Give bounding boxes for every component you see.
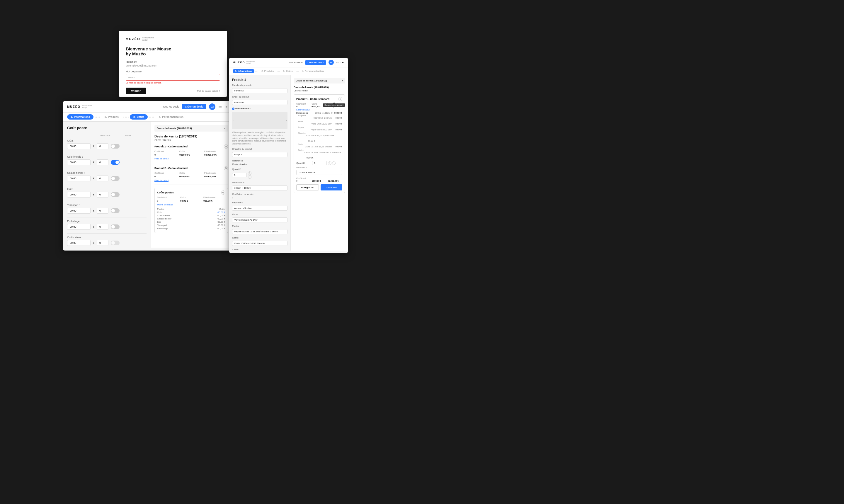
second-dim-select[interactable]: 100cm × 160cm [232,185,287,191]
sr-qty-up[interactable]: + [328,161,331,165]
costs-options-btn[interactable]: ⊕ [221,191,226,195]
second-quote-dropdown[interactable]: Devis de kernix (18/07/2019) ▾ [294,78,345,84]
sr-continue-btn[interactable]: Continuer [321,184,343,191]
sstep-3[interactable]: 3. Coûts [281,69,295,73]
step-4[interactable]: 4. Personnalisation [155,114,187,120]
sstep-2[interactable]: 2. Produits [259,69,276,73]
second-dim-group: Dimensions : 100cm × 160cm [232,181,287,191]
colorimetrie-input[interactable] [67,159,91,165]
app-nav-link[interactable]: Tous les devis [162,105,179,108]
second-qty-input[interactable] [232,173,247,177]
sr-qty-input[interactable] [312,161,327,165]
login-error-text: Le mot de passe n'est pas correct. [126,82,220,84]
crea-toggle[interactable] [111,144,120,148]
colorimetrie-toggle[interactable] [111,160,120,165]
coeff-col-header: Coefficient [155,150,178,152]
product-2-section: Produit 2 - Cadre standard ⊕ Coefficient… [155,166,228,185]
detail-crea-value: 00,00 € [217,211,226,214]
sr-prix-row-val: 00.000,00 € [328,180,342,182]
app-lang-en[interactable]: En [218,105,221,108]
login-forgot-link[interactable]: Mot de passe oublié ? [197,90,220,92]
costs-detail-link[interactable]: Moins de détail [157,203,226,206]
second-quote-dropdown-label: Devis de kernix (18/07/2019) [296,79,327,82]
image-prev-arrow[interactable]: ‹ [233,119,234,122]
calage-coeff[interactable] [97,176,108,181]
second-papier-select[interactable]: Papier couché (1,31 €/m² imprimé 1,067m [232,229,287,234]
transport-coeff[interactable] [97,208,108,214]
detail-colorimetrie-value: 00,00 € [217,214,226,217]
active-header: Active [125,134,136,137]
transport-currency: € [93,209,94,212]
sr-qty-down[interactable]: − [332,161,336,165]
sr-dim-qty: 0 [331,112,333,114]
transport-input[interactable] [67,208,91,214]
second-carfo-select[interactable]: Carte 10/15cm 10,56 €/feuille [232,241,287,246]
couts-col-header: Coûts [179,150,203,152]
sr-edit-calc-link[interactable]: Éditer le calcul [296,109,342,111]
calage-input[interactable] [67,176,91,181]
second-ref-value: Cadre standard [232,163,287,165]
qty-down-btn[interactable]: − [248,175,251,179]
app-user-avatar[interactable]: EA [209,104,215,110]
second-quote-title: Devis de kernix (18/07/2019) [294,86,345,89]
product-1-detail-link[interactable]: Plus de détail [155,157,228,160]
transport-toggle[interactable] [111,208,120,213]
second-product-group: Choix du produit : Produit A [232,95,287,105]
login-logo: MUZÉO iconographiedesign [126,37,220,42]
colorimetrie-coeff[interactable] [97,159,108,165]
login-password-input[interactable] [126,74,220,80]
step-2[interactable]: 2. Produits [101,114,122,120]
quote-header[interactable]: Devis de kernix (18/07/2019) ▾ [155,125,228,131]
step-1[interactable]: 1. Informations [67,114,93,120]
second-left-panel: Produit 1 Famille du produit : Famille A… [229,75,291,251]
couts-col-header-2: Coûts [179,172,203,174]
app-logo: MUZÉO iconographiedesign [67,105,92,108]
second-coeff-label: Coefficient de vente : [232,193,287,195]
coeff-col-header-2: Coefficient [155,172,178,174]
prix-col-header: Prix de vente [204,150,228,152]
app-create-btn[interactable]: Créer un devis [182,104,206,109]
second-lang-en[interactable]: En [336,61,339,64]
sr-coeff-val: 0 [296,106,311,108]
costs-couts: 00,00 € [180,200,202,202]
exe-input[interactable] [67,192,91,198]
app-right-panel: Devis de kernix (18/07/2019) ▾ Devis de … [151,122,232,248]
second-nav-link[interactable]: Tous les devis [288,61,303,64]
second-app-panel: MUZÉO iconographiedesign Tous les devis … [229,58,348,253]
product-1-options-btn[interactable]: ⊕ [224,144,228,148]
second-delete-product-btn[interactable]: ✕ [338,97,342,101]
cout-caisse-coeff[interactable] [97,240,108,246]
calage-toggle[interactable] [111,176,120,181]
sr-dim-label: Dimensions [296,112,308,114]
product-2-options-btn[interactable]: ⊕ [224,166,228,170]
sr-dim-select[interactable]: 100cm x 160cm [296,170,342,175]
exe-coeff[interactable] [97,192,108,198]
emballage-coeff[interactable] [97,224,108,230]
second-product-select[interactable]: Produit A [232,100,287,105]
login-submit-button[interactable]: Valider [126,88,146,94]
sstep-4[interactable]: 4. Personnalisation [300,69,326,73]
second-create-btn[interactable]: Créer un devis [305,60,326,65]
cout-caisse-input[interactable] [67,240,91,246]
qty-up-btn[interactable]: + [248,172,251,175]
second-user-avatar[interactable]: EA [328,60,334,65]
step-3[interactable]: 3. Coûts [130,114,148,120]
exe-currency: € [93,193,94,196]
product-2-detail-link[interactable]: Plus de détail [155,179,228,182]
sr-save-btn[interactable]: Enregistrer [296,184,319,191]
emballage-toggle[interactable] [111,224,120,229]
cout-caisse-toggle[interactable] [111,240,120,245]
second-chapter-select[interactable]: Étage 1 [232,152,287,157]
crea-input[interactable] [67,143,91,149]
second-lorem-text: Vitbus repellere molests, nunc glabo con… [232,131,287,145]
second-baguette-select[interactable]: Aucune sélection [232,206,287,211]
second-family-select[interactable]: Famille A [232,88,287,93]
emballage-input[interactable] [67,224,91,230]
crea-coeff[interactable] [97,143,108,149]
image-next-arrow[interactable]: › [286,119,287,122]
sstep-1[interactable]: 1. Informations [233,69,254,73]
second-verre-select[interactable]: Verre 3mm 29,70 €/m² [232,217,287,222]
app-lang-fr[interactable]: Fr [225,105,228,108]
second-lang-fr[interactable]: Fr [342,61,344,64]
exe-toggle[interactable] [111,192,120,197]
